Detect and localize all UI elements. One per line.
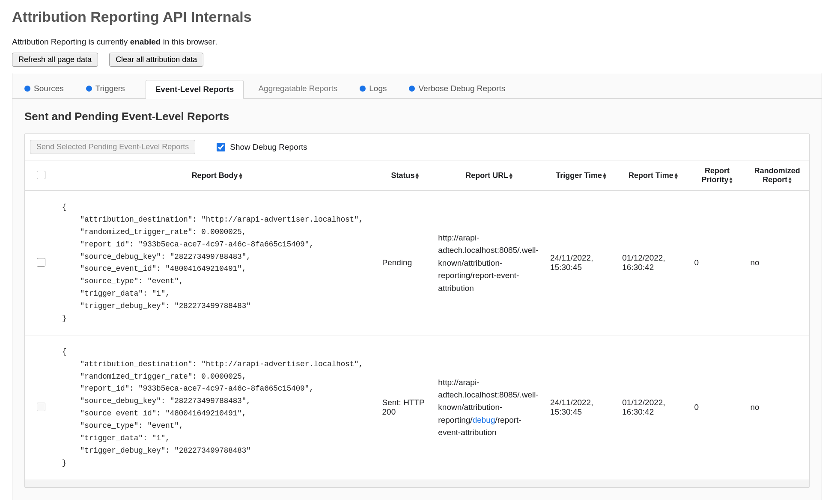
col-trigger-time[interactable]: Trigger Time▴▾: [545, 160, 617, 191]
cell-report-body: { "attribution_destination": "http://ara…: [57, 335, 377, 479]
reports-table: Report Body▴▾ Status▴▾ Report URL▴▾ Trig…: [25, 160, 809, 480]
tab-label: Logs: [369, 84, 387, 93]
tab-label: Sources: [34, 84, 64, 93]
col-report-url[interactable]: Report URL▴▾: [433, 160, 545, 191]
cell-randomized: no: [745, 191, 809, 335]
url-debug-segment: debug: [473, 415, 495, 424]
clear-button[interactable]: Clear all attribution data: [109, 53, 203, 67]
cell-report-url: http://arapi-adtech.localhost:8085/.well…: [433, 191, 545, 335]
status-prefix: Attribution Reporting is currently: [12, 37, 130, 46]
reports-table-container: Send Selected Pending Event-Level Report…: [24, 133, 810, 488]
report-body-json: { "attribution_destination": "http://ara…: [62, 346, 372, 469]
sort-icon: ▴▾: [416, 172, 419, 179]
select-all-checkbox[interactable]: [37, 171, 45, 179]
tab-bar: Sources Triggers Event-Level Reports Agg…: [12, 73, 822, 99]
show-debug-checkbox[interactable]: [217, 143, 225, 151]
tab-label: Event-Level Reports: [155, 85, 234, 94]
cell-status: Sent: HTTP 200: [377, 335, 433, 479]
cell-trigger-time: 24/11/2022, 15:30:45: [545, 191, 617, 335]
cell-select: [25, 191, 57, 335]
dot-icon: [86, 86, 92, 92]
dot-icon: [360, 86, 366, 92]
cell-report-time: 01/12/2022, 16:30:42: [617, 335, 689, 479]
status-suffix: in this browser.: [161, 37, 217, 46]
col-label: Trigger Time: [556, 171, 602, 180]
tab-label: Verbose Debug Reports: [418, 84, 505, 93]
tab-label: Aggregatable Reports: [258, 84, 337, 93]
show-debug-text: Show Debug Reports: [230, 142, 307, 152]
table-row: { "attribution_destination": "http://ara…: [25, 335, 809, 479]
status-line: Attribution Reporting is currently enabl…: [12, 37, 822, 47]
cell-select: [25, 335, 57, 479]
cell-report-url: http://arapi-adtech.localhost:8085/.well…: [433, 335, 545, 479]
tab-triggers[interactable]: Triggers: [84, 80, 133, 98]
tab-event-level-reports[interactable]: Event-Level Reports: [146, 80, 244, 99]
col-label: Randomized Report: [754, 166, 800, 184]
tab-logs[interactable]: Logs: [358, 80, 394, 98]
send-selected-button[interactable]: Send Selected Pending Event-Level Report…: [30, 140, 195, 154]
refresh-button[interactable]: Refresh all page data: [12, 53, 98, 67]
tab-aggregatable-reports[interactable]: Aggregatable Reports: [256, 80, 345, 98]
panel-heading: Sent and Pending Event-Level Reports: [24, 110, 810, 123]
cell-priority: 0: [689, 191, 745, 335]
col-label: Report Time: [628, 171, 673, 180]
status-enabled: enabled: [130, 37, 161, 46]
tab-label: Triggers: [95, 84, 125, 93]
row-checkbox[interactable]: [37, 258, 45, 267]
cell-priority: 0: [689, 335, 745, 479]
row-checkbox[interactable]: [37, 403, 45, 411]
col-label: Report Priority: [701, 166, 730, 184]
page-title: Attribution Reporting API Internals: [12, 9, 822, 25]
show-debug-label[interactable]: Show Debug Reports: [215, 142, 307, 153]
cell-randomized: no: [745, 335, 809, 479]
cell-report-body: { "attribution_destination": "http://ara…: [57, 191, 377, 335]
tab-verbose-debug-reports[interactable]: Verbose Debug Reports: [407, 80, 513, 98]
col-status[interactable]: Status▴▾: [377, 160, 433, 191]
sort-icon: ▴▾: [730, 177, 733, 184]
cell-report-time: 01/12/2022, 16:30:42: [617, 191, 689, 335]
cell-status: Pending: [377, 191, 433, 335]
col-report-time[interactable]: Report Time▴▾: [617, 160, 689, 191]
sort-icon: ▴▾: [675, 172, 678, 179]
col-report-priority[interactable]: Report Priority▴▾: [689, 160, 745, 191]
sort-icon: ▴▾: [603, 172, 606, 179]
col-label: Status: [391, 171, 414, 180]
report-body-json: { "attribution_destination": "http://ara…: [62, 201, 372, 325]
tab-sources[interactable]: Sources: [23, 80, 71, 98]
col-randomized-report[interactable]: Randomized Report▴▾: [745, 160, 809, 191]
dot-icon: [409, 86, 415, 92]
table-row: { "attribution_destination": "http://ara…: [25, 191, 809, 335]
col-select: [25, 160, 57, 191]
col-label: Report Body: [192, 171, 238, 180]
col-report-body[interactable]: Report Body▴▾: [57, 160, 377, 191]
sort-icon: ▴▾: [509, 172, 512, 179]
table-footer-pad: [25, 480, 809, 487]
sort-icon: ▴▾: [239, 172, 242, 179]
cell-trigger-time: 24/11/2022, 15:30:45: [545, 335, 617, 479]
sort-icon: ▴▾: [789, 177, 792, 184]
col-label: Report URL: [465, 171, 508, 180]
dot-icon: [24, 86, 30, 92]
